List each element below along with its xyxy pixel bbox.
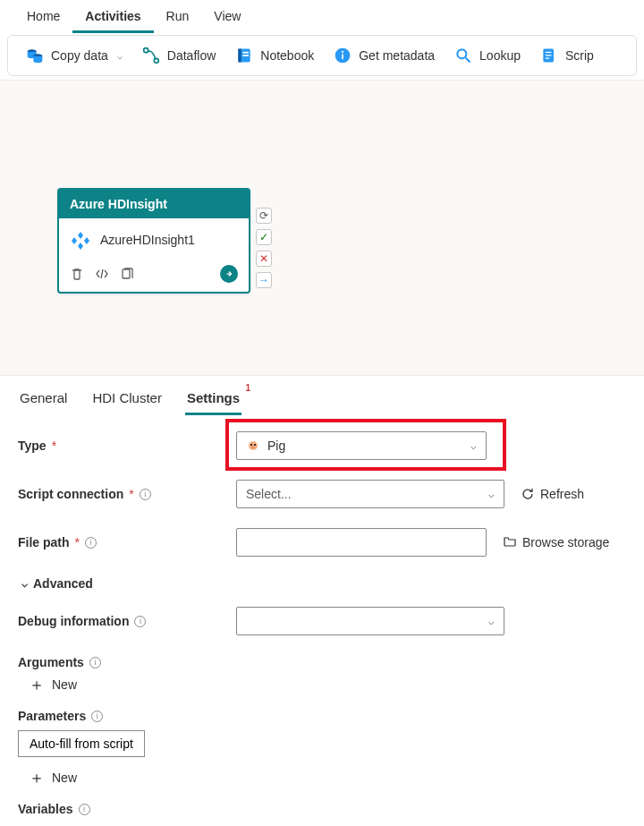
debug-info-select[interactable]: ⌵: [236, 607, 504, 635]
parameters-label: Parameters i: [18, 709, 626, 723]
info-icon[interactable]: i: [91, 711, 103, 722]
svg-point-10: [342, 51, 343, 53]
tab-general[interactable]: General: [18, 385, 69, 415]
lookup-button[interactable]: Lookup: [445, 41, 530, 70]
dataflow-button[interactable]: Dataflow: [133, 41, 225, 70]
notebook-icon: [235, 47, 253, 64]
script-conn-label: Script connection * i: [18, 487, 236, 501]
activity-card[interactable]: Azure HDInsight AzureHDInsight1: [57, 188, 250, 294]
arguments-label-text: Arguments: [18, 655, 84, 669]
activity-handles: ⟳ ✓ ✕ →: [256, 208, 272, 288]
chevron-down-icon: ⌵: [117, 51, 123, 61]
get-metadata-label: Get metadata: [359, 48, 435, 63]
svg-rect-6: [243, 52, 250, 54]
activity-name: AzureHDInsight1: [100, 233, 195, 247]
script-label: Scrip: [565, 48, 594, 63]
copy-data-label: Copy data: [51, 48, 108, 63]
svg-marker-19: [84, 237, 89, 244]
type-value: Pig: [267, 439, 285, 453]
row-type: Type * Pig ⌵: [18, 431, 626, 460]
browse-storage-label: Browse storage: [522, 535, 609, 549]
handle-activity[interactable]: ⟳: [256, 208, 272, 224]
chevron-down-icon: ⌵: [488, 616, 495, 627]
arguments-label: Arguments i: [18, 655, 626, 669]
row-file-path: File path * i Browse storage: [18, 528, 626, 557]
info-icon[interactable]: i: [89, 657, 101, 668]
file-path-label: File path * i: [18, 535, 236, 549]
chevron-down-icon: ⌵: [488, 489, 495, 500]
settings-form: Type * Pig ⌵ Script connection * i Selec…: [0, 415, 644, 826]
required-asterisk: *: [52, 439, 56, 453]
dataflow-label: Dataflow: [167, 48, 216, 63]
svg-line-12: [466, 58, 470, 63]
svg-point-3: [154, 58, 158, 63]
svg-marker-17: [78, 232, 83, 239]
type-select[interactable]: Pig ⌵: [236, 431, 487, 460]
tab-settings[interactable]: Settings 1: [185, 385, 242, 415]
get-metadata-button[interactable]: Get metadata: [325, 41, 444, 70]
variables-label: Variables i: [18, 802, 626, 816]
tab-activities[interactable]: Activities: [72, 0, 153, 33]
svg-rect-14: [546, 52, 552, 53]
svg-rect-9: [342, 54, 343, 59]
script-button[interactable]: Scrip: [531, 41, 603, 70]
tab-view[interactable]: View: [201, 0, 253, 33]
copy-data-button[interactable]: Copy data ⌵: [17, 41, 131, 70]
type-label: Type *: [18, 439, 236, 453]
file-path-input[interactable]: [236, 528, 487, 557]
script-icon: [540, 47, 558, 64]
required-asterisk: *: [129, 487, 133, 501]
tab-hdi-cluster[interactable]: HDI Cluster: [90, 385, 164, 415]
script-conn-placeholder: Select...: [246, 487, 292, 501]
search-icon: [454, 47, 472, 64]
handle-fail[interactable]: ✕: [256, 251, 272, 267]
advanced-toggle[interactable]: ⌵ Advanced: [18, 576, 626, 591]
dataflow-icon: [142, 47, 160, 64]
run-icon[interactable]: [220, 265, 238, 283]
tab-run[interactable]: Run: [154, 0, 202, 33]
new-label: New: [52, 677, 77, 692]
svg-point-11: [457, 49, 466, 58]
delete-icon[interactable]: [70, 267, 84, 281]
svg-rect-7: [243, 55, 250, 56]
svg-marker-20: [78, 243, 83, 250]
notebook-button[interactable]: Notebook: [226, 41, 323, 70]
svg-rect-5: [239, 49, 242, 63]
info-icon[interactable]: i: [85, 537, 97, 549]
autofill-button[interactable]: Auto-fill from script: [18, 730, 145, 757]
add-parameter-button[interactable]: ＋ New: [18, 770, 626, 786]
chevron-down-icon: ⌵: [470, 440, 477, 452]
browse-storage-button[interactable]: Browse storage: [503, 534, 609, 551]
refresh-icon: [521, 487, 535, 501]
svg-rect-16: [546, 58, 549, 59]
refresh-label: Refresh: [540, 487, 584, 501]
handle-skip[interactable]: →: [256, 272, 272, 288]
svg-point-24: [254, 444, 256, 446]
script-conn-select[interactable]: Select... ⌵: [236, 480, 504, 508]
tab-settings-label: Settings: [187, 390, 240, 405]
row-debug-info: Debug information i ⌵: [18, 607, 626, 635]
handle-success[interactable]: ✓: [256, 229, 272, 245]
variables-label-text: Variables: [18, 802, 73, 816]
svg-point-23: [250, 444, 252, 446]
tab-settings-badge: 1: [246, 383, 251, 393]
plus-icon: ＋: [29, 770, 45, 786]
hdinsight-icon: [70, 229, 91, 251]
plus-icon: ＋: [29, 677, 45, 693]
info-icon[interactable]: i: [134, 616, 146, 627]
new-label: New: [52, 771, 77, 785]
tab-home[interactable]: Home: [14, 0, 72, 33]
info-icon[interactable]: i: [79, 804, 90, 815]
notebook-label: Notebook: [260, 48, 314, 63]
refresh-button[interactable]: Refresh: [521, 487, 584, 501]
script-conn-label-text: Script connection: [18, 487, 123, 501]
add-argument-button[interactable]: ＋ New: [18, 677, 626, 693]
copy-icon[interactable]: [120, 267, 134, 281]
info-icon[interactable]: i: [140, 489, 151, 500]
pipeline-canvas[interactable]: Azure HDInsight AzureHDInsight1 ⟳ ✓ ✕: [0, 80, 644, 375]
code-icon[interactable]: [95, 267, 109, 281]
lookup-label: Lookup: [479, 48, 521, 63]
svg-point-22: [249, 441, 258, 450]
activity-body: AzureHDInsight1: [59, 218, 249, 260]
type-label-text: Type: [18, 439, 47, 453]
